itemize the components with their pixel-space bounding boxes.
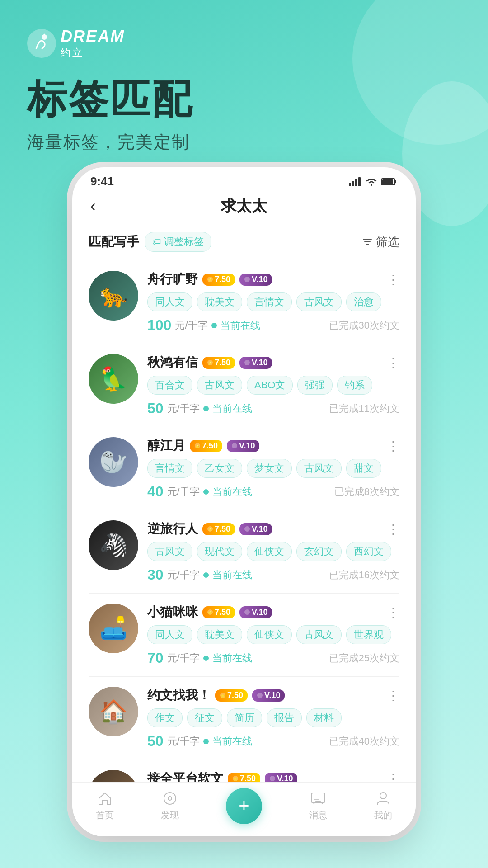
online-indicator: [211, 323, 217, 328]
nav-item-messages[interactable]: 消息: [309, 790, 327, 821]
online-text: 当前在线: [212, 735, 252, 748]
tag: 玄幻文: [296, 542, 342, 561]
filter-button[interactable]: 筛选: [362, 234, 399, 250]
svg-point-30: [164, 793, 176, 804]
price-unit: 元/千字: [175, 319, 207, 332]
more-options-btn[interactable]: ⋮: [387, 688, 399, 703]
online-text: 当前在线: [212, 485, 252, 499]
tag: 古风文: [147, 542, 192, 561]
tag: 古风文: [197, 376, 242, 395]
tag: 治愈: [346, 292, 381, 311]
writer-name-row: 醇江月 ⭐ 7.50 V.10 ⋮: [147, 437, 399, 454]
writer-card[interactable]: 🦜 秋鸿有信 ⭐ 7.50 V.10 ⋮ 百合文古风文ABO文: [89, 344, 399, 427]
writer-name-row: 小猫咪咪 ⭐ 7.50 V.10 ⋮: [147, 604, 399, 621]
avatar: 🏠: [89, 687, 138, 736]
tag: 西幻文: [346, 542, 391, 561]
battery-icon: [381, 178, 398, 186]
tag-icon: 🏷: [152, 237, 161, 247]
mine-icon: [375, 790, 391, 807]
price-unit: 元/千字: [167, 651, 200, 665]
badge-level-gold: ⭐ 7.50: [202, 606, 235, 618]
back-button[interactable]: ‹: [90, 197, 113, 216]
writer-name-badges: 舟行旷野 ⭐ 7.50 V.10: [147, 271, 272, 288]
svg-text:⭐: ⭐: [208, 610, 212, 615]
avatar: 🐆: [89, 271, 138, 321]
avatar: 🦜: [89, 354, 138, 404]
writer-card[interactable]: 🏠 约文找我！ ⭐ 7.50 V.10 ⋮ 作文征文简历报告材: [89, 677, 399, 760]
adjust-tags-btn[interactable]: 🏷 调整标签: [145, 232, 211, 252]
price-row: 50 元/千字 当前在线 已完成11次约文: [147, 400, 399, 417]
completed-text: 已完成8次约文: [334, 485, 399, 499]
mine-label: 我的: [374, 809, 392, 821]
tag: 耽美文: [197, 625, 242, 644]
phone-notch: [199, 167, 289, 182]
badge-level-purple: V.10: [239, 523, 272, 535]
wifi-icon: [365, 177, 378, 186]
nav-item-mine[interactable]: 我的: [374, 790, 392, 821]
nav-item-home[interactable]: 首页: [96, 790, 114, 821]
more-options-btn[interactable]: ⋮: [387, 605, 399, 620]
messages-label: 消息: [309, 809, 327, 821]
tags-row: 言情文乙女文梦女文古风文甜文: [147, 459, 399, 478]
svg-point-26: [257, 693, 263, 698]
online-text: 当前在线: [212, 402, 252, 415]
writer-name: 醇江月: [147, 437, 185, 454]
price-number: 70: [147, 650, 164, 666]
avatar-image: 🦜: [89, 354, 138, 404]
writer-info: 逆旅行人 ⭐ 7.50 V.10 ⋮ 古风文现代文仙侠文玄幻文西幻文: [147, 520, 399, 583]
svg-point-31: [168, 797, 172, 800]
online-indicator: [203, 739, 209, 744]
badge-level-gold: ⭐ 7.50: [202, 523, 235, 535]
tag: 材料: [306, 708, 342, 727]
tags-row: 古风文现代文仙侠文玄幻文西幻文: [147, 542, 399, 561]
more-options-btn[interactable]: ⋮: [387, 272, 399, 287]
more-options-btn[interactable]: ⋮: [387, 522, 399, 537]
svg-rect-3: [352, 181, 354, 186]
filter-icon: [362, 237, 372, 247]
price-left: 50 元/千字 当前在线: [147, 400, 252, 417]
add-icon: +: [239, 796, 249, 816]
completed-text: 已完成11次约文: [329, 402, 399, 415]
avatar-image: 🏠: [89, 687, 138, 736]
writer-name: 约文找我！: [147, 687, 211, 704]
writer-name-badges: 小猫咪咪 ⭐ 7.50 V.10: [147, 604, 272, 621]
tag: 同人文: [147, 625, 192, 644]
writer-name-badges: 秋鸿有信 ⭐ 7.50 V.10: [147, 354, 272, 371]
price-number: 40: [147, 483, 164, 500]
svg-text:⭐: ⭐: [195, 444, 200, 448]
svg-point-11: [244, 277, 250, 282]
writer-card[interactable]: 🛋️ 小猫咪咪 ⭐ 7.50 V.10 ⋮ 同人文耽美文仙侠文: [89, 594, 399, 677]
writer-name: 小猫咪咪: [147, 604, 198, 621]
svg-point-17: [232, 443, 237, 448]
badge-level-gold: ⭐ 7.50: [202, 274, 235, 286]
logo-icon: [27, 29, 56, 58]
writer-card[interactable]: 🦓 逆旅行人 ⭐ 7.50 V.10 ⋮ 古风文现代文仙侠文玄: [89, 510, 399, 594]
price-unit: 元/千字: [167, 735, 200, 748]
nav-item-discover[interactable]: 发现: [161, 790, 179, 821]
toolbar: 匹配写手 🏷 调整标签 筛选: [89, 225, 399, 261]
completed-text: 已完成30次约文: [329, 319, 399, 332]
online-indicator: [203, 406, 209, 411]
nav-bar: ‹ 求太太: [72, 192, 416, 225]
page-title: 标签匹配: [27, 78, 461, 122]
writer-name-row: 舟行旷野 ⭐ 7.50 V.10 ⋮: [147, 271, 399, 288]
add-button[interactable]: +: [226, 788, 262, 824]
completed-text: 已完成25次约文: [329, 651, 399, 665]
badge-level-gold: ⭐ 7.50: [202, 357, 235, 369]
nav-title: 求太太: [221, 196, 267, 217]
writer-card[interactable]: 🦭 醇江月 ⭐ 7.50 V.10 ⋮ 言情文乙女文梦女文古风: [89, 427, 399, 510]
more-options-btn[interactable]: ⋮: [387, 355, 399, 370]
writer-card[interactable]: 🐆 舟行旷野 ⭐ 7.50 V.10 ⋮ 同人文耽美文言情文古: [89, 261, 399, 344]
tag: 耽美文: [197, 292, 242, 311]
app-logo: DREAM 约立: [27, 27, 461, 60]
more-options-btn[interactable]: ⋮: [387, 439, 399, 453]
price-left: 70 元/千字 当前在线: [147, 650, 252, 666]
app-header: DREAM 约立 标签匹配 海量标签，完美定制: [0, 0, 488, 163]
svg-point-6: [371, 184, 372, 186]
signal-icon: [349, 177, 361, 186]
messages-icon: [310, 790, 326, 807]
tag: 古风文: [296, 625, 342, 644]
writer-name-row: 约文找我！ ⭐ 7.50 V.10 ⋮: [147, 687, 399, 704]
tag: 乙女文: [197, 459, 242, 478]
badge-level-purple: V.10: [239, 606, 272, 618]
